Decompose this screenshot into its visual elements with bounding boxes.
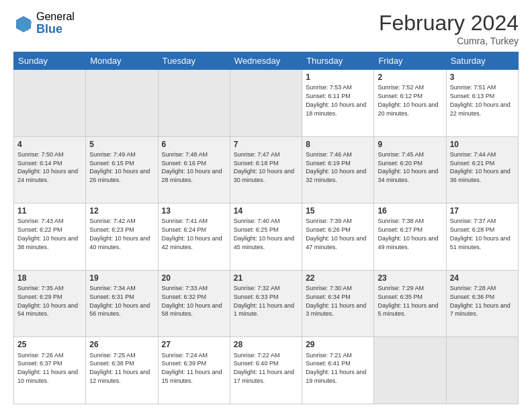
day-info: Sunrise: 7:40 AM Sunset: 6:25 PM Dayligh… bbox=[234, 218, 294, 250]
calendar-row: 4Sunrise: 7:50 AM Sunset: 6:14 PM Daylig… bbox=[14, 136, 519, 203]
day-number: 18 bbox=[17, 273, 82, 283]
day-number: 26 bbox=[89, 339, 154, 350]
day-info: Sunrise: 7:32 AM Sunset: 6:33 PM Dayligh… bbox=[234, 285, 294, 317]
table-cell: 28Sunrise: 7:22 AM Sunset: 6:40 PM Dayli… bbox=[230, 337, 302, 404]
day-number: 19 bbox=[89, 273, 154, 283]
day-info: Sunrise: 7:51 AM Sunset: 6:13 PM Dayligh… bbox=[450, 84, 511, 116]
table-cell: 19Sunrise: 7:34 AM Sunset: 6:31 PM Dayli… bbox=[86, 270, 158, 337]
day-info: Sunrise: 7:34 AM Sunset: 6:31 PM Dayligh… bbox=[89, 285, 150, 317]
day-number: 25 bbox=[17, 339, 82, 350]
day-number: 11 bbox=[17, 205, 82, 216]
table-cell: 5Sunrise: 7:49 AM Sunset: 6:15 PM Daylig… bbox=[86, 136, 158, 203]
header: GeneralBlue February 2024 Cumra, Turkey bbox=[13, 11, 519, 46]
day-number: 28 bbox=[234, 339, 298, 350]
day-number: 14 bbox=[234, 205, 298, 216]
day-number: 6 bbox=[162, 139, 226, 150]
day-info: Sunrise: 7:48 AM Sunset: 6:16 PM Dayligh… bbox=[162, 151, 222, 183]
month-title: February 2024 bbox=[379, 11, 519, 36]
day-info: Sunrise: 7:46 AM Sunset: 6:19 PM Dayligh… bbox=[306, 151, 366, 183]
table-cell: 25Sunrise: 7:26 AM Sunset: 6:37 PM Dayli… bbox=[14, 337, 86, 404]
table-cell: 29Sunrise: 7:21 AM Sunset: 6:41 PM Dayli… bbox=[302, 337, 374, 404]
table-cell: 22Sunrise: 7:30 AM Sunset: 6:34 PM Dayli… bbox=[302, 270, 374, 337]
table-cell: 13Sunrise: 7:41 AM Sunset: 6:24 PM Dayli… bbox=[158, 203, 230, 271]
day-info: Sunrise: 7:45 AM Sunset: 6:20 PM Dayligh… bbox=[378, 151, 438, 183]
table-cell: 2Sunrise: 7:52 AM Sunset: 6:12 PM Daylig… bbox=[374, 70, 446, 137]
table-cell: 23Sunrise: 7:29 AM Sunset: 6:35 PM Dayli… bbox=[374, 270, 446, 337]
day-info: Sunrise: 7:49 AM Sunset: 6:15 PM Dayligh… bbox=[89, 151, 150, 183]
table-cell: 16Sunrise: 7:38 AM Sunset: 6:27 PM Dayli… bbox=[374, 203, 446, 271]
table-cell: 6Sunrise: 7:48 AM Sunset: 6:16 PM Daylig… bbox=[158, 136, 230, 203]
day-info: Sunrise: 7:29 AM Sunset: 6:35 PM Dayligh… bbox=[378, 285, 438, 317]
col-saturday: Saturday bbox=[446, 52, 518, 70]
day-info: Sunrise: 7:37 AM Sunset: 6:28 PM Dayligh… bbox=[450, 218, 511, 250]
day-number: 13 bbox=[162, 205, 226, 216]
table-cell: 4Sunrise: 7:50 AM Sunset: 6:14 PM Daylig… bbox=[14, 136, 86, 203]
table-cell bbox=[86, 70, 158, 137]
table-cell bbox=[374, 337, 446, 404]
table-cell: 26Sunrise: 7:25 AM Sunset: 6:38 PM Dayli… bbox=[86, 337, 158, 404]
logo: GeneralBlue bbox=[13, 11, 75, 36]
logo-general: General bbox=[36, 11, 75, 23]
day-number: 1 bbox=[306, 72, 370, 83]
table-cell: 20Sunrise: 7:33 AM Sunset: 6:32 PM Dayli… bbox=[158, 270, 230, 337]
day-info: Sunrise: 7:50 AM Sunset: 6:14 PM Dayligh… bbox=[17, 151, 78, 183]
col-thursday: Thursday bbox=[302, 52, 374, 70]
calendar-row: 18Sunrise: 7:35 AM Sunset: 6:29 PM Dayli… bbox=[14, 270, 519, 337]
table-cell bbox=[230, 70, 302, 137]
day-info: Sunrise: 7:41 AM Sunset: 6:24 PM Dayligh… bbox=[162, 218, 222, 250]
day-info: Sunrise: 7:35 AM Sunset: 6:29 PM Dayligh… bbox=[17, 285, 78, 317]
day-info: Sunrise: 7:25 AM Sunset: 6:38 PM Dayligh… bbox=[89, 352, 150, 384]
title-area: February 2024 Cumra, Turkey bbox=[379, 11, 519, 46]
day-number: 17 bbox=[450, 205, 515, 216]
day-number: 22 bbox=[306, 273, 370, 283]
table-cell: 7Sunrise: 7:47 AM Sunset: 6:18 PM Daylig… bbox=[230, 136, 302, 203]
day-number: 24 bbox=[450, 273, 515, 283]
col-sunday: Sunday bbox=[14, 52, 86, 70]
calendar-row: 1Sunrise: 7:53 AM Sunset: 6:11 PM Daylig… bbox=[14, 70, 519, 137]
day-info: Sunrise: 7:43 AM Sunset: 6:22 PM Dayligh… bbox=[17, 218, 78, 250]
day-number: 10 bbox=[450, 139, 515, 150]
table-cell: 18Sunrise: 7:35 AM Sunset: 6:29 PM Dayli… bbox=[14, 270, 86, 337]
calendar-row: 25Sunrise: 7:26 AM Sunset: 6:37 PM Dayli… bbox=[14, 337, 519, 404]
table-cell: 24Sunrise: 7:28 AM Sunset: 6:36 PM Dayli… bbox=[446, 270, 518, 337]
table-cell: 10Sunrise: 7:44 AM Sunset: 6:21 PM Dayli… bbox=[446, 136, 518, 203]
logo-blue: Blue bbox=[36, 23, 75, 36]
table-cell bbox=[446, 337, 518, 404]
calendar: Sunday Monday Tuesday Wednesday Thursday… bbox=[13, 52, 519, 404]
table-cell: 1Sunrise: 7:53 AM Sunset: 6:11 PM Daylig… bbox=[302, 70, 374, 137]
day-number: 27 bbox=[162, 339, 226, 350]
subtitle: Cumra, Turkey bbox=[379, 36, 519, 46]
table-cell bbox=[158, 70, 230, 137]
page: GeneralBlue February 2024 Cumra, Turkey … bbox=[0, 0, 532, 411]
table-cell: 15Sunrise: 7:39 AM Sunset: 6:26 PM Dayli… bbox=[302, 203, 374, 271]
day-info: Sunrise: 7:39 AM Sunset: 6:26 PM Dayligh… bbox=[306, 218, 366, 250]
table-cell: 11Sunrise: 7:43 AM Sunset: 6:22 PM Dayli… bbox=[14, 203, 86, 271]
table-cell: 8Sunrise: 7:46 AM Sunset: 6:19 PM Daylig… bbox=[302, 136, 374, 203]
day-info: Sunrise: 7:47 AM Sunset: 6:18 PM Dayligh… bbox=[234, 151, 294, 183]
day-info: Sunrise: 7:38 AM Sunset: 6:27 PM Dayligh… bbox=[378, 218, 438, 250]
table-cell: 21Sunrise: 7:32 AM Sunset: 6:33 PM Dayli… bbox=[230, 270, 302, 337]
table-cell: 3Sunrise: 7:51 AM Sunset: 6:13 PM Daylig… bbox=[446, 70, 518, 137]
day-info: Sunrise: 7:33 AM Sunset: 6:32 PM Dayligh… bbox=[162, 285, 222, 317]
day-number: 15 bbox=[306, 205, 370, 216]
day-number: 2 bbox=[378, 72, 442, 83]
day-number: 20 bbox=[162, 273, 226, 283]
day-info: Sunrise: 7:42 AM Sunset: 6:23 PM Dayligh… bbox=[89, 218, 150, 250]
table-cell: 9Sunrise: 7:45 AM Sunset: 6:20 PM Daylig… bbox=[374, 136, 446, 203]
day-number: 21 bbox=[234, 273, 298, 283]
day-info: Sunrise: 7:28 AM Sunset: 6:36 PM Dayligh… bbox=[450, 285, 511, 317]
logo-icon bbox=[13, 13, 34, 34]
day-info: Sunrise: 7:53 AM Sunset: 6:11 PM Dayligh… bbox=[306, 84, 366, 116]
table-cell bbox=[14, 70, 86, 137]
day-info: Sunrise: 7:30 AM Sunset: 6:34 PM Dayligh… bbox=[306, 285, 366, 317]
day-number: 16 bbox=[378, 205, 442, 216]
day-number: 9 bbox=[378, 139, 442, 150]
calendar-row: 11Sunrise: 7:43 AM Sunset: 6:22 PM Dayli… bbox=[14, 203, 519, 271]
day-number: 8 bbox=[306, 139, 370, 150]
col-wednesday: Wednesday bbox=[230, 52, 302, 70]
day-info: Sunrise: 7:22 AM Sunset: 6:40 PM Dayligh… bbox=[234, 352, 294, 384]
table-cell: 14Sunrise: 7:40 AM Sunset: 6:25 PM Dayli… bbox=[230, 203, 302, 271]
header-row: Sunday Monday Tuesday Wednesday Thursday… bbox=[14, 52, 519, 70]
day-number: 3 bbox=[450, 72, 515, 83]
day-info: Sunrise: 7:24 AM Sunset: 6:39 PM Dayligh… bbox=[162, 352, 222, 384]
